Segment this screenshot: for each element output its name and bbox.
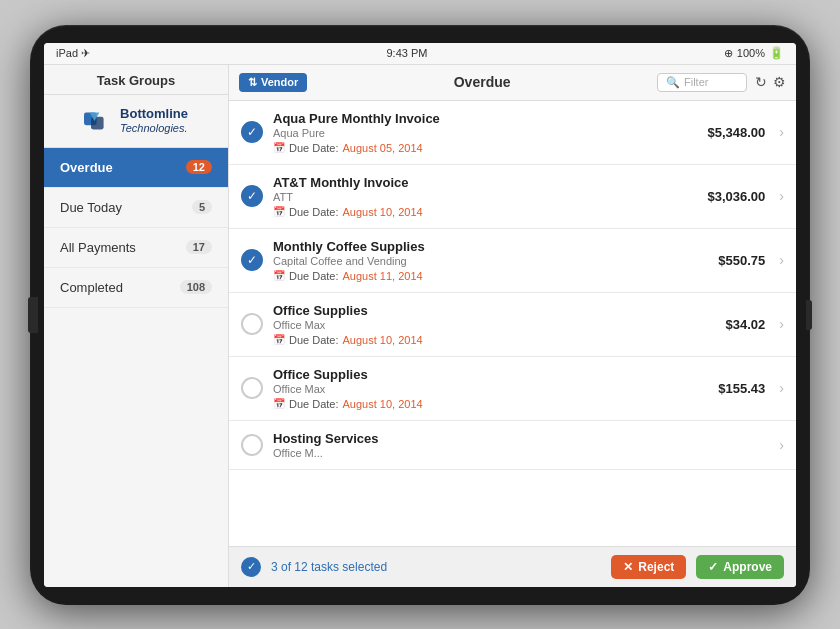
invoice-details-5: Office Supplies Office Max 📅 Due Date: A… [273, 367, 685, 410]
invoice-item[interactable]: Office Supplies Office Max 📅 Due Date: A… [229, 357, 796, 421]
invoice-vendor-1: Aqua Pure [273, 127, 685, 139]
invoice-amount-2: $3,036.00 [695, 189, 765, 204]
invoice-list: Aqua Pure Monthly Invoice Aqua Pure 📅 Du… [229, 101, 796, 546]
tablet-device: iPad ✈ 9:43 PM ⊕ 100% 🔋 Task Groups [30, 25, 810, 605]
invoice-checkbox-1[interactable] [241, 121, 263, 143]
invoice-vendor-5: Office Max [273, 383, 685, 395]
nav-label-completed: Completed [60, 280, 123, 295]
invoice-checkbox-3[interactable] [241, 249, 263, 271]
reject-label: Reject [638, 560, 674, 574]
tasks-selected-text: 3 of 12 tasks selected [271, 560, 601, 574]
header-icons: ↻ ⚙ [755, 74, 786, 90]
invoice-item[interactable]: Aqua Pure Monthly Invoice Aqua Pure 📅 Du… [229, 101, 796, 165]
invoice-due-3: 📅 Due Date: August 11, 2014 [273, 270, 685, 282]
due-date-1: August 05, 2014 [343, 142, 423, 154]
side-button[interactable] [806, 300, 812, 330]
invoice-checkbox-6[interactable] [241, 434, 263, 456]
refresh-icon[interactable]: ↻ [755, 74, 767, 90]
invoice-title-4: Office Supplies [273, 303, 685, 318]
nav-badge-due-today: 5 [192, 200, 212, 214]
status-bar: iPad ✈ 9:43 PM ⊕ 100% 🔋 [44, 43, 796, 65]
approve-button[interactable]: ✓ Approve [696, 555, 784, 579]
chevron-right-icon: › [779, 252, 784, 268]
company-tagline: Technologies. [120, 122, 188, 134]
logo-area: Bottomline Technologies. [44, 95, 228, 148]
nav-label-all-payments: All Payments [60, 240, 136, 255]
invoice-vendor-2: ATT [273, 191, 685, 203]
company-logo-text: Bottomline Technologies. [120, 107, 188, 133]
invoice-item[interactable]: Hosting Services Office M... › [229, 421, 796, 470]
invoice-vendor-6: Office M... [273, 447, 685, 459]
nav-items: Overdue 12 Due Today 5 All Payments 17 C… [44, 148, 228, 587]
vendor-sort-button[interactable]: ⇅ Vendor [239, 73, 307, 92]
nav-badge-all-payments: 17 [186, 240, 212, 254]
invoice-details-6: Hosting Services Office M... [273, 431, 685, 459]
invoice-item[interactable]: Office Supplies Office Max 📅 Due Date: A… [229, 293, 796, 357]
nav-label-overdue: Overdue [60, 160, 113, 175]
invoice-details-3: Monthly Coffee Supplies Capital Coffee a… [273, 239, 685, 282]
invoice-details-2: AT&T Monthly Invoice ATT 📅 Due Date: Aug… [273, 175, 685, 218]
chevron-right-icon: › [779, 316, 784, 332]
reject-button[interactable]: ✕ Reject [611, 555, 686, 579]
nav-badge-overdue: 12 [186, 160, 212, 174]
home-button[interactable] [28, 297, 38, 333]
invoice-checkbox-2[interactable] [241, 185, 263, 207]
filter-placeholder: Filter [684, 76, 708, 88]
calendar-icon: 📅 [273, 270, 285, 281]
tasks-selected-icon [241, 557, 261, 577]
invoice-details-4: Office Supplies Office Max 📅 Due Date: A… [273, 303, 685, 346]
chevron-right-icon: › [779, 188, 784, 204]
main-content: Task Groups Bottomline Technologies. Ove… [44, 65, 796, 587]
invoice-title-6: Hosting Services [273, 431, 685, 446]
invoice-checkbox-4[interactable] [241, 313, 263, 335]
nav-item-completed[interactable]: Completed 108 [44, 268, 228, 308]
search-icon: 🔍 [666, 76, 680, 89]
filter-input[interactable]: 🔍 Filter [657, 73, 747, 92]
nav-item-overdue[interactable]: Overdue 12 [44, 148, 228, 188]
invoice-due-4: 📅 Due Date: August 10, 2014 [273, 334, 685, 346]
status-right: ⊕ 100% 🔋 [724, 46, 784, 60]
svg-rect-1 [91, 116, 104, 129]
panel-header: ⇅ Vendor Overdue 🔍 Filter ↻ ⚙ [229, 65, 796, 101]
nav-badge-completed: 108 [180, 280, 212, 294]
invoice-due-5: 📅 Due Date: August 10, 2014 [273, 398, 685, 410]
chevron-right-icon: › [779, 380, 784, 396]
battery-label: 100% [737, 47, 765, 59]
company-logo-icon [84, 107, 112, 135]
due-date-2: August 10, 2014 [343, 206, 423, 218]
invoice-amount-4: $34.02 [695, 317, 765, 332]
sidebar: Task Groups Bottomline Technologies. Ove… [44, 65, 229, 587]
invoice-vendor-3: Capital Coffee and Vending [273, 255, 685, 267]
invoice-item[interactable]: Monthly Coffee Supplies Capital Coffee a… [229, 229, 796, 293]
invoice-due-2: 📅 Due Date: August 10, 2014 [273, 206, 685, 218]
invoice-title-2: AT&T Monthly Invoice [273, 175, 685, 190]
calendar-icon: 📅 [273, 206, 285, 217]
nav-item-all-payments[interactable]: All Payments 17 [44, 228, 228, 268]
invoice-amount-1: $5,348.00 [695, 125, 765, 140]
vendor-label: Vendor [261, 76, 298, 88]
approve-check-icon: ✓ [708, 560, 718, 574]
ipad-label: iPad ✈ [56, 47, 90, 60]
sort-icon: ⇅ [248, 76, 257, 89]
nav-item-due-today[interactable]: Due Today 5 [44, 188, 228, 228]
calendar-icon: 📅 [273, 398, 285, 409]
status-left: iPad ✈ [56, 47, 90, 60]
approve-label: Approve [723, 560, 772, 574]
nav-label-due-today: Due Today [60, 200, 122, 215]
chevron-right-icon: › [779, 124, 784, 140]
sidebar-header: Task Groups [44, 65, 228, 95]
due-date-5: August 10, 2014 [343, 398, 423, 410]
invoice-title-5: Office Supplies [273, 367, 685, 382]
invoice-item[interactable]: AT&T Monthly Invoice ATT 📅 Due Date: Aug… [229, 165, 796, 229]
calendar-icon: 📅 [273, 142, 285, 153]
due-date-4: August 10, 2014 [343, 334, 423, 346]
invoice-amount-5: $155.43 [695, 381, 765, 396]
bluetooth-icon: ⊕ [724, 47, 733, 60]
chevron-right-icon: › [779, 437, 784, 453]
tablet-screen: iPad ✈ 9:43 PM ⊕ 100% 🔋 Task Groups [44, 43, 796, 587]
settings-icon[interactable]: ⚙ [773, 74, 786, 90]
invoice-title-3: Monthly Coffee Supplies [273, 239, 685, 254]
invoice-checkbox-5[interactable] [241, 377, 263, 399]
invoice-due-1: 📅 Due Date: August 05, 2014 [273, 142, 685, 154]
invoice-vendor-4: Office Max [273, 319, 685, 331]
